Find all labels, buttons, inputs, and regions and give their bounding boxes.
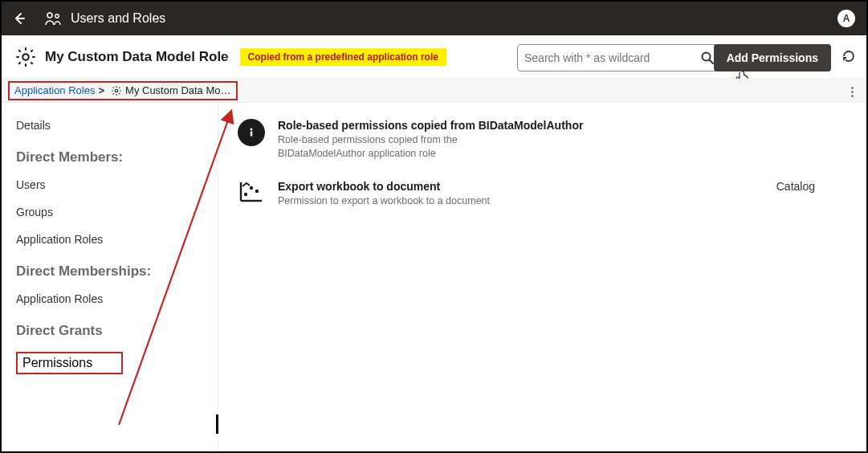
avatar[interactable]: A — [837, 10, 855, 27]
sidebar-item-app-roles-members[interactable]: Application Roles — [16, 233, 203, 246]
svg-point-6 — [115, 89, 118, 92]
add-permissions-button[interactable]: Add Permissions — [714, 44, 831, 71]
permission-tag: Catalog — [776, 180, 847, 193]
gear-icon-small — [111, 85, 122, 96]
permissions-annotation-box: Permissions — [16, 352, 123, 374]
sidebar-item-groups[interactable]: Groups — [16, 206, 203, 218]
search-input-wrap[interactable] — [517, 44, 722, 71]
svg-point-7 — [251, 129, 253, 131]
breadcrumb-root-link[interactable]: Application Roles — [14, 84, 95, 96]
svg-rect-8 — [251, 132, 252, 137]
back-button[interactable] — [11, 10, 27, 27]
role-title: My Custom Data Model Role — [45, 49, 229, 65]
search-input[interactable] — [524, 51, 700, 64]
sidebar-section-members: Direct Members: — [16, 149, 203, 165]
permission-title: Export workbook to document — [278, 180, 490, 193]
permission-title: Role-based permissions copied from BIDat… — [278, 119, 583, 132]
sidebar-item-users[interactable]: Users — [16, 178, 203, 191]
permission-row[interactable]: Role-based permissions copied from BIDat… — [238, 119, 847, 161]
sidebar-section-memberships: Direct Memberships: — [16, 263, 203, 280]
svg-point-1 — [47, 13, 52, 18]
svg-line-5 — [710, 60, 714, 64]
body: Details Direct Members: Users Groups App… — [2, 103, 866, 451]
content-panel: Role-based permissions copied from BIDat… — [218, 103, 866, 451]
svg-point-12 — [250, 186, 253, 190]
breadcrumb-annotation-box: Application Roles > My Custom Data Mo… — [8, 81, 238, 100]
sidebar-section-grants: Direct Grants — [16, 323, 203, 339]
subheader: My Custom Data Model Role Copied from a … — [2, 35, 866, 79]
svg-point-3 — [22, 54, 28, 59]
refresh-button[interactable] — [839, 47, 858, 66]
sidebar-item-app-roles-memberships[interactable]: Application Roles — [16, 292, 203, 305]
sidebar-item-permissions[interactable]: Permissions — [16, 352, 203, 374]
more-menu-button[interactable] — [846, 84, 858, 100]
search-icon[interactable] — [700, 51, 715, 65]
permission-description: Role-based permissions copied from the B… — [278, 133, 535, 161]
permission-description: Permission to export a workbook to a doc… — [278, 194, 490, 208]
breadcrumb-current: My Custom Data Mo… — [125, 84, 230, 96]
page-title: Users and Roles — [71, 11, 165, 26]
info-icon — [238, 119, 265, 146]
refresh-icon — [842, 49, 856, 63]
permission-row[interactable]: Export workbook to document Permission t… — [238, 180, 847, 208]
sidebar-item-details[interactable]: Details — [16, 119, 203, 132]
svg-point-11 — [244, 193, 247, 196]
breadcrumb-separator: > — [98, 84, 104, 96]
svg-point-2 — [55, 14, 59, 18]
users-roles-icon — [45, 11, 63, 26]
breadcrumb-row: Application Roles > My Custom Data Mo… — [2, 79, 866, 103]
gear-icon — [14, 46, 37, 68]
chart-export-icon — [238, 180, 265, 204]
annotation-highlight: Copied from a predefined application rol… — [240, 48, 446, 66]
arrow-left-icon — [13, 12, 26, 25]
topbar: Users and Roles A — [2, 2, 866, 35]
svg-point-13 — [255, 190, 259, 193]
sidebar: Details Direct Members: Users Groups App… — [2, 103, 218, 451]
